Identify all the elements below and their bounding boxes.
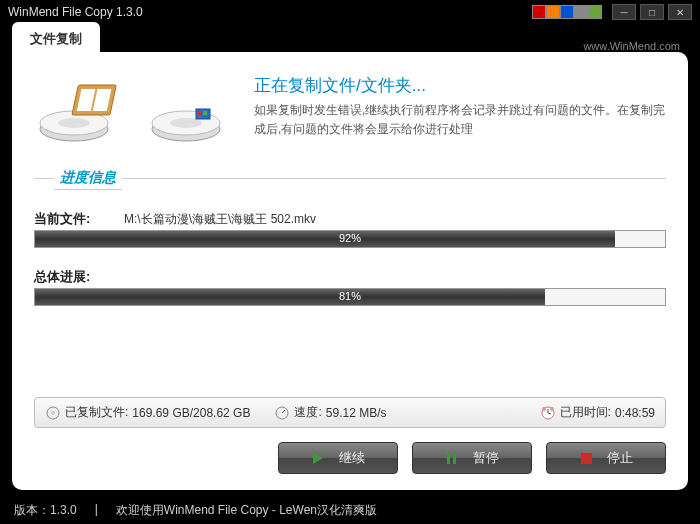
theme-swatches[interactable] — [532, 5, 602, 19]
action-description: 如果复制时发生错误,继续执行前程序将会记录并跳过有问题的文件。在复制完成后,有问… — [254, 101, 666, 139]
tab-file-copy[interactable]: 文件复制 — [12, 22, 100, 52]
content-area: 文件复制 www.WinMend.com — [0, 24, 700, 496]
website-link[interactable]: www.WinMend.com — [583, 40, 688, 52]
speed-value: 59.12 MB/s — [326, 406, 387, 420]
welcome-text: 欢迎使用WinMend File Copy - LeWen汉化清爽版 — [116, 502, 377, 519]
svg-point-2 — [58, 118, 90, 128]
action-title: 正在复制文件/文件夹... — [254, 74, 666, 97]
continue-button[interactable]: 继续 — [278, 442, 398, 474]
source-drive-icon — [34, 74, 124, 149]
stats-bar: 已复制文件: 169.69 GB/208.62 GB 速度: 59.12 MB/… — [34, 397, 666, 428]
main-panel: 正在复制文件/文件夹... 如果复制时发生错误,继续执行前程序将会记录并跳过有问… — [12, 52, 688, 490]
pause-label: 暂停 — [473, 449, 499, 467]
elapsed-label: 已用时间: — [560, 404, 611, 421]
swatch-orange[interactable] — [546, 5, 560, 19]
titlebar: WinMend File Copy 1.3.0 ─ □ ✕ — [0, 0, 700, 24]
elapsed-value: 0:48:59 — [615, 406, 655, 420]
pause-icon — [445, 451, 459, 465]
continue-label: 继续 — [339, 449, 365, 467]
svg-rect-24 — [581, 453, 592, 464]
swatch-gray[interactable] — [574, 5, 588, 19]
tab-bar: 文件复制 www.WinMend.com — [12, 24, 688, 52]
swatch-red[interactable] — [532, 5, 546, 19]
current-progress-text: 92% — [35, 232, 665, 244]
svg-point-13 — [51, 411, 55, 415]
overall-progress-text: 81% — [35, 290, 665, 302]
current-file-path: M:\长篇动漫\海贼王\海贼王 502.mkv — [124, 211, 316, 228]
window-title: WinMend File Copy 1.3.0 — [8, 5, 532, 19]
current-file-row: 当前文件: M:\长篇动漫\海贼王\海贼王 502.mkv — [34, 210, 666, 228]
gauge-icon — [274, 405, 290, 421]
action-info: 正在复制文件/文件夹... 如果复制时发生错误,继续执行前程序将会记录并跳过有问… — [254, 74, 666, 139]
close-button[interactable]: ✕ — [668, 4, 692, 20]
current-file-label: 当前文件: — [34, 210, 124, 228]
stop-icon — [579, 451, 593, 465]
stat-elapsed: 已用时间: 0:48:59 — [540, 404, 655, 421]
svg-rect-10 — [198, 111, 202, 115]
current-progress-bar: 92% — [34, 230, 666, 248]
swatch-blue[interactable] — [560, 5, 574, 19]
stat-speed: 速度: 59.12 MB/s — [274, 404, 386, 421]
overall-row: 总体进展: — [34, 268, 666, 286]
dest-drive-icon — [144, 74, 234, 149]
copied-value: 169.69 GB/208.62 GB — [132, 406, 250, 420]
svg-rect-22 — [447, 452, 450, 464]
svg-rect-11 — [203, 111, 207, 115]
minimize-button[interactable]: ─ — [612, 4, 636, 20]
stat-copied: 已复制文件: 169.69 GB/208.62 GB — [45, 404, 250, 421]
overall-label: 总体进展: — [34, 268, 124, 286]
section-separator: 进度信息 — [34, 167, 666, 190]
stop-label: 停止 — [607, 449, 633, 467]
svg-marker-21 — [313, 452, 323, 464]
stop-button[interactable]: 停止 — [546, 442, 666, 474]
button-row: 继续 暂停 停止 — [34, 442, 666, 474]
copied-label: 已复制文件: — [65, 404, 128, 421]
play-icon — [311, 451, 325, 465]
section-label: 进度信息 — [54, 167, 122, 190]
header-row: 正在复制文件/文件夹... 如果复制时发生错误,继续执行前程序将会记录并跳过有问… — [34, 74, 666, 149]
window-controls: ─ □ ✕ — [612, 4, 692, 20]
swatch-green[interactable] — [588, 5, 602, 19]
disk-icon — [45, 405, 61, 421]
footer: 版本：1.3.0 | 欢迎使用WinMend File Copy - LeWen… — [0, 496, 700, 519]
version: 版本：1.3.0 — [14, 502, 77, 519]
svg-point-18 — [550, 407, 554, 411]
svg-rect-23 — [453, 452, 456, 464]
overall-progress-bar: 81% — [34, 288, 666, 306]
maximize-button[interactable]: □ — [640, 4, 664, 20]
svg-point-17 — [542, 407, 546, 411]
speed-label: 速度: — [294, 404, 321, 421]
pause-button[interactable]: 暂停 — [412, 442, 532, 474]
clock-icon — [540, 405, 556, 421]
